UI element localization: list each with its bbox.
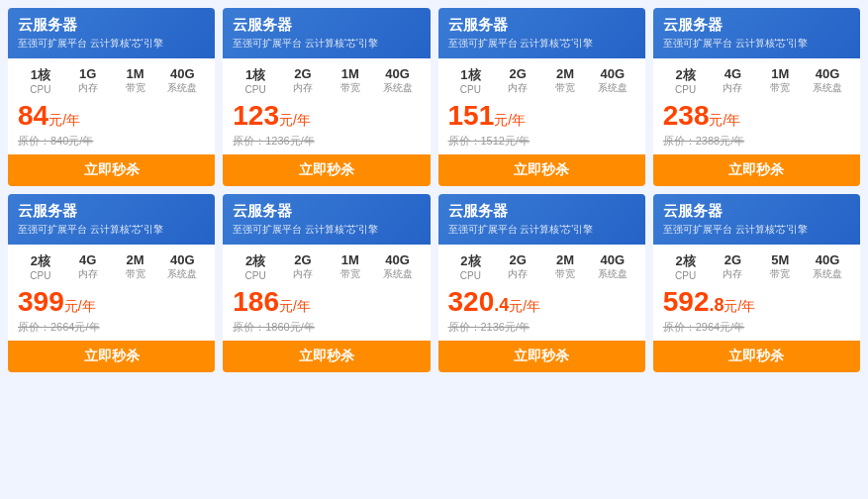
price-original: 原价：2136元/年: [448, 320, 635, 335]
server-card-5: 云服务器 至强可扩展平台 云计算核'芯'引擎 2核 CPU 4G 内存 2M 带…: [8, 194, 215, 372]
card-subtitle: 至强可扩展平台 云计算核'芯'引擎: [18, 223, 205, 237]
spec-item: 2G 内存: [280, 252, 326, 281]
spec-label: 内存: [65, 81, 111, 95]
spec-item: 40G 系统盘: [159, 66, 205, 95]
buy-button[interactable]: 立即秒杀: [8, 154, 215, 186]
specs-grid: 2核 CPU 2G 内存 2M 带宽 40G 系统盘: [448, 252, 635, 281]
specs-grid: 2核 CPU 4G 内存 2M 带宽 40G 系统盘: [18, 252, 205, 281]
spec-label: 系统盘: [159, 267, 205, 281]
buy-button[interactable]: 立即秒杀: [438, 154, 645, 186]
spec-value: 40G: [805, 66, 850, 81]
price-main: 186元/年: [233, 287, 420, 318]
spec-item: 2G 内存: [495, 252, 540, 281]
price-unit: 元/年: [494, 112, 526, 128]
spec-value: 2核: [233, 252, 278, 270]
card-header: 云服务器 至强可扩展平台 云计算核'芯'引擎: [438, 194, 645, 245]
spec-value: 4G: [711, 66, 756, 81]
card-title: 云服务器: [663, 16, 850, 35]
spec-label: 带宽: [757, 81, 803, 95]
card-title: 云服务器: [448, 202, 635, 221]
spec-value: 5M: [757, 252, 803, 267]
server-card-1: 云服务器 至强可扩展平台 云计算核'芯'引擎 1核 CPU 1G 内存 1M 带…: [8, 8, 215, 186]
card-header: 云服务器 至强可扩展平台 云计算核'芯'引擎: [223, 8, 430, 58]
price-unit: 元/年: [509, 298, 540, 314]
specs-grid: 1核 CPU 1G 内存 1M 带宽 40G 系统盘: [18, 66, 205, 95]
spec-item: 40G 系统盘: [375, 66, 421, 95]
spec-label: 内存: [65, 267, 111, 281]
price-integer: 186: [233, 286, 279, 317]
spec-value: 1M: [113, 66, 158, 81]
card-subtitle: 至强可扩展平台 云计算核'芯'引擎: [448, 37, 635, 50]
card-header: 云服务器 至强可扩展平台 云计算核'芯'引擎: [653, 8, 860, 58]
price-unit: 元/年: [279, 112, 311, 128]
price-integer: 123: [233, 100, 279, 131]
card-header: 云服务器 至强可扩展平台 云计算核'芯'引擎: [223, 194, 430, 245]
card-title: 云服务器: [448, 16, 635, 35]
card-title: 云服务器: [18, 16, 205, 35]
buy-button[interactable]: 立即秒杀: [223, 341, 430, 372]
specs-grid: 2核 CPU 2G 内存 5M 带宽 40G 系统盘: [663, 252, 850, 281]
spec-value: 2核: [663, 252, 709, 270]
specs-grid: 2核 CPU 2G 内存 1M 带宽 40G 系统盘: [233, 252, 420, 281]
price-main: 84元/年: [18, 101, 205, 132]
spec-item: 2核 CPU: [663, 66, 709, 95]
buy-button[interactable]: 立即秒杀: [8, 341, 215, 372]
spec-label: 内存: [280, 81, 326, 95]
spec-value: 1M: [328, 252, 373, 267]
spec-item: 40G 系统盘: [805, 66, 850, 95]
spec-value: 40G: [159, 66, 205, 81]
price-integer: 320: [448, 286, 495, 317]
spec-value: 40G: [805, 252, 850, 267]
spec-value: 2G: [280, 66, 326, 81]
spec-value: 1核: [18, 66, 63, 84]
spec-item: 2核 CPU: [18, 252, 63, 281]
buy-button[interactable]: 立即秒杀: [438, 341, 645, 372]
spec-item: 2G 内存: [711, 252, 756, 281]
spec-label: 带宽: [328, 81, 373, 95]
price-main: 592.8元/年: [663, 287, 850, 318]
spec-label: 内存: [495, 81, 540, 95]
spec-label: 带宽: [542, 81, 588, 95]
spec-label: 系统盘: [590, 81, 635, 95]
spec-label: 系统盘: [590, 267, 635, 281]
card-subtitle: 至强可扩展平台 云计算核'芯'引擎: [663, 223, 850, 237]
card-header: 云服务器 至强可扩展平台 云计算核'芯'引擎: [653, 194, 860, 245]
spec-item: 1核 CPU: [233, 66, 278, 95]
server-card-4: 云服务器 至强可扩展平台 云计算核'芯'引擎 2核 CPU 4G 内存 1M 带…: [653, 8, 860, 186]
spec-label: 内存: [711, 267, 756, 281]
spec-item: 4G 内存: [65, 252, 111, 281]
price-unit: 元/年: [279, 298, 311, 314]
price-integer: 399: [18, 286, 64, 317]
spec-label: 带宽: [757, 267, 803, 281]
buy-button[interactable]: 立即秒杀: [653, 154, 860, 186]
server-card-3: 云服务器 至强可扩展平台 云计算核'芯'引擎 1核 CPU 2G 内存 2M 带…: [438, 8, 645, 186]
spec-value: 2M: [542, 252, 588, 267]
spec-label: CPU: [663, 84, 709, 95]
spec-item: 40G 系统盘: [375, 252, 421, 281]
spec-label: 带宽: [113, 81, 158, 95]
spec-item: 40G 系统盘: [590, 252, 635, 281]
spec-value: 2G: [495, 252, 540, 267]
card-header: 云服务器 至强可扩展平台 云计算核'芯'引擎: [8, 8, 215, 58]
buy-button[interactable]: 立即秒杀: [223, 154, 430, 186]
card-subtitle: 至强可扩展平台 云计算核'芯'引擎: [18, 37, 205, 50]
spec-item: 5M 带宽: [757, 252, 803, 281]
card-subtitle: 至强可扩展平台 云计算核'芯'引擎: [233, 223, 420, 237]
spec-value: 40G: [590, 252, 635, 267]
price-original: 原价：1512元/年: [448, 134, 635, 149]
card-title: 云服务器: [18, 202, 205, 221]
spec-label: 系统盘: [375, 81, 421, 95]
price-original: 原价：1860元/年: [233, 320, 420, 335]
price-main: 399元/年: [18, 287, 205, 318]
server-card-2: 云服务器 至强可扩展平台 云计算核'芯'引擎 1核 CPU 2G 内存 1M 带…: [223, 8, 430, 186]
spec-value: 2G: [711, 252, 756, 267]
spec-value: 1核: [233, 66, 278, 84]
price-unit: 元/年: [709, 112, 740, 128]
card-body: 2核 CPU 2G 内存 1M 带宽 40G 系统盘 186元/年: [223, 245, 430, 341]
spec-value: 40G: [375, 66, 421, 81]
spec-value: 2核: [18, 252, 63, 270]
buy-button[interactable]: 立即秒杀: [653, 341, 860, 372]
spec-item: 1核 CPU: [18, 66, 63, 95]
spec-value: 40G: [375, 252, 421, 267]
spec-value: 2核: [448, 252, 494, 270]
